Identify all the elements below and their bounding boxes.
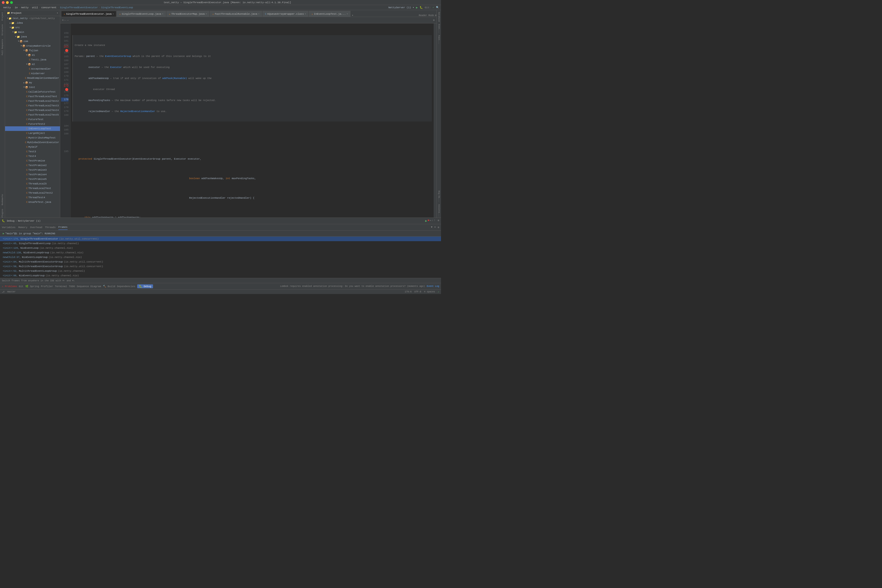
tree-item-java[interactable]: ▼ 📁 java bbox=[5, 34, 60, 39]
tree-item-ftltest5[interactable]: C FastThreadLocalTest5 bbox=[5, 112, 60, 117]
debug-step-over-icon[interactable]: ↷ bbox=[430, 219, 431, 223]
tree-item-largeobject[interactable]: C LargeObject bbox=[5, 131, 60, 135]
sidebar-bookmarks-label[interactable]: Bookmarks bbox=[2, 194, 4, 206]
menu-netty[interactable]: netty bbox=[2, 6, 12, 9]
netty-server-label[interactable]: NettyServer (1) ▾ bbox=[388, 6, 414, 9]
debug-tab-variables[interactable]: Variables bbox=[2, 225, 15, 230]
right-database-label[interactable]: Database bbox=[438, 11, 440, 23]
bottom-tab-build[interactable]: 🔨 Build bbox=[103, 285, 116, 288]
tree-item-e2[interactable]: ▼ 📦 e2 bbox=[5, 62, 60, 67]
tree-item-testpromise4[interactable]: C TestPromise4 bbox=[5, 172, 60, 177]
tree-item-ftltest3[interactable]: C FastThreadLocalTest3 bbox=[5, 104, 60, 108]
tree-item-threadlocaltest[interactable]: C ThreadLocalTest bbox=[5, 186, 60, 190]
tree-item-testpromise2[interactable]: C TestPromise2 bbox=[5, 163, 60, 168]
bottom-tab-terminal[interactable]: Terminal bbox=[55, 285, 67, 288]
tab-fastthreadlocalrunnable[interactable]: ☕ FastThreadLocalRunnable.java ✕ bbox=[210, 11, 262, 17]
lombok-notification[interactable]: Lombok requires enabled annotation proce… bbox=[280, 285, 425, 288]
debug-frame-3[interactable]: newChild:138, NioEventLoopGroup (io.nett… bbox=[0, 250, 441, 255]
bottom-tab-todo[interactable]: TODO bbox=[69, 285, 75, 288]
sort-icon[interactable]: ≡ bbox=[434, 226, 436, 229]
bottom-tab-problems[interactable]: ⚠ Problems bbox=[2, 285, 17, 288]
tree-item-testpromise[interactable]: C TestPromise bbox=[5, 159, 60, 163]
code-content[interactable]: Create a new instance Params: parent – t… bbox=[71, 23, 434, 218]
right-assistant-label[interactable]: Assista... bbox=[438, 203, 440, 218]
debug-server-label[interactable]: NettyServer (1) bbox=[18, 220, 41, 222]
debug-settings-icon[interactable]: ⚙ bbox=[437, 219, 439, 223]
debug-frame-5[interactable]: <init>:84, MultithreadEventExecutorGroup… bbox=[0, 260, 441, 264]
debug-tab-frames[interactable]: Frames bbox=[59, 225, 68, 230]
encoding-label[interactable]: UTF-8 bbox=[414, 291, 421, 293]
menu-io[interactable]: io bbox=[14, 6, 19, 9]
sidebar-plugins-label[interactable]: Plugins bbox=[2, 209, 4, 218]
right-bigdata-label[interactable]: Big Da... bbox=[438, 190, 440, 203]
menu-class1[interactable]: SingleThreadEventExecutor bbox=[59, 6, 99, 9]
tree-item-testpromise3[interactable]: C TestPromise3 bbox=[5, 168, 60, 172]
tree-item-readcompletion[interactable]: C ReadCompletionHandler bbox=[5, 76, 60, 80]
tree-item-myself[interactable]: C MySelf bbox=[5, 145, 60, 149]
tree-item-test-pkg[interactable]: ▼ 📦 test bbox=[5, 85, 60, 90]
search-icon[interactable]: 🔍 bbox=[436, 6, 439, 9]
close-button[interactable] bbox=[2, 1, 5, 4]
menu-util[interactable]: util bbox=[31, 6, 39, 9]
tree-item-accepthandler[interactable]: C AcceptHandler bbox=[5, 67, 60, 71]
run-icon[interactable]: ▶ bbox=[416, 6, 418, 9]
tree-item-testnetty[interactable]: ▼ 📁 test_netty ~/github/test_netty bbox=[5, 16, 60, 21]
tree-item-crazymakercircle[interactable]: ▼ 📦 crazymakercircle bbox=[5, 44, 60, 48]
tab-singlethreadeventloop[interactable]: ☕ SingleThreadEventLoop.java ✕ bbox=[117, 11, 166, 17]
tab-threadexecutormap[interactable]: ☕ ThreadExecutorMap.java ✕ bbox=[166, 11, 209, 17]
debug-step-into-icon[interactable]: ↓ bbox=[432, 219, 433, 223]
tree-item-testpromise5[interactable]: C TestPromise5 bbox=[5, 177, 60, 182]
bottom-tab-dependencies[interactable]: Dependencies bbox=[117, 285, 135, 288]
tab-ineventlooptest[interactable]: ☕ InEventLoopTest.ja... ✕ bbox=[309, 11, 350, 17]
tree-item-myattribute[interactable]: C MyAttributeMapTest bbox=[5, 135, 60, 140]
menu-class2[interactable]: SingleThreadEventLoop bbox=[100, 6, 134, 9]
more-tabs-icon[interactable]: ▾ bbox=[352, 14, 353, 17]
tree-item-my[interactable]: ▶ 📦 my bbox=[5, 80, 60, 85]
tree-item-aioserver[interactable]: C AioServer bbox=[5, 71, 60, 76]
tree-item-ftltest2[interactable]: C FastThreadLocalTest2 bbox=[5, 99, 60, 104]
bottom-tab-git[interactable]: Git bbox=[19, 285, 23, 288]
menu-netty2[interactable]: netty bbox=[20, 6, 29, 9]
tree-item-ftltest[interactable]: C FastThreadLocalTest bbox=[5, 94, 60, 99]
code-editor[interactable]: 159 160 161 162 163 🔴 164 165 166 167 16… bbox=[60, 23, 436, 218]
tree-item-callablefuture[interactable]: C CallableFutureTest bbox=[5, 90, 60, 94]
tree-item-unsafetest[interactable]: C UnsafeTest.java bbox=[5, 200, 60, 204]
right-favo-label[interactable]: Favo... bbox=[438, 34, 440, 45]
debug-tab-threads[interactable]: Threads bbox=[45, 225, 56, 230]
maximize-button[interactable] bbox=[10, 1, 13, 4]
tree-item-test3[interactable]: C Test3 bbox=[5, 149, 60, 154]
debug-step-out-icon[interactable]: ↑ bbox=[434, 219, 436, 223]
navigate-back-icon[interactable]: ← bbox=[65, 19, 66, 22]
structure-icon[interactable]: ≡ bbox=[62, 19, 64, 22]
sidebar-structure-label[interactable]: Structure bbox=[2, 24, 4, 36]
tree-item-e1[interactable]: ▼ 📦 e1 bbox=[5, 53, 60, 57]
sidebar-pull-requests-label[interactable]: Pull Requests bbox=[2, 39, 4, 55]
tree-item-test1[interactable]: C Test1.java bbox=[5, 57, 60, 62]
right-event-label[interactable]: Even... bbox=[438, 23, 440, 34]
reader-mode-toggle[interactable]: ⚙ bbox=[435, 14, 436, 17]
tree-item-idea[interactable]: ▶ 📁 .idea bbox=[5, 21, 60, 25]
tree-item-threadtest4[interactable]: C ThreadTest4 bbox=[5, 195, 60, 200]
tree-item-ineventlooptest[interactable]: C InEventLoopTest bbox=[5, 126, 60, 131]
menu-concurrent[interactable]: concurrent bbox=[41, 6, 57, 9]
tree-item-fujian[interactable]: ▼ 📦 fujian bbox=[5, 48, 60, 53]
filter-icon[interactable]: ▼ bbox=[431, 226, 433, 229]
debug-frame-0[interactable]: <init>:176, SingleThreadEventExecutor (i… bbox=[0, 237, 441, 241]
sidebar-project-label[interactable]: Project bbox=[2, 12, 4, 21]
debug-resume-icon[interactable]: ▶ bbox=[425, 219, 427, 223]
tree-item-main[interactable]: ▼ 📁 main bbox=[5, 30, 60, 34]
debug-tab-overhead[interactable]: Overhead bbox=[30, 225, 42, 230]
bottom-tab-profiler[interactable]: Profiler bbox=[41, 285, 53, 288]
tree-item-threadlocaltest2[interactable]: C ThreadLocalTest2 bbox=[5, 190, 60, 195]
git-branch-label[interactable]: master bbox=[8, 291, 16, 293]
tree-item-com[interactable]: ▼ 📦 com bbox=[5, 39, 60, 44]
debug-stop-icon[interactable]: ■ bbox=[428, 219, 429, 223]
tab-singlethreadeventexecutor[interactable]: ☕ SingleThreadEventExecutor.java ✕ bbox=[61, 11, 116, 17]
git-check-icon[interactable]: ✓ bbox=[433, 6, 434, 9]
navigate-forward-icon[interactable]: → bbox=[67, 19, 69, 22]
debug-tab-memory[interactable]: Memory bbox=[18, 225, 27, 230]
debug-icon[interactable]: 🐛 bbox=[420, 6, 423, 9]
tree-item-ftltest4[interactable]: C FastThreadLocalTest4 bbox=[5, 108, 60, 112]
vertical-scrollbar[interactable] bbox=[434, 23, 436, 218]
tree-item-myglobal[interactable]: C MyGlobalEventExecutor bbox=[5, 140, 60, 145]
